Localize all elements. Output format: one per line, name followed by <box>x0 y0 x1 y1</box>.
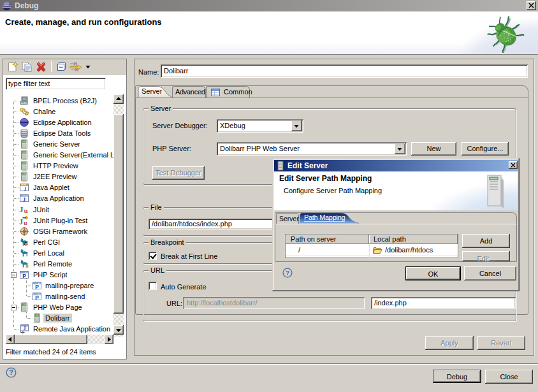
svg-text:?: ? <box>286 269 289 276</box>
svg-text:?: ? <box>9 368 13 376</box>
